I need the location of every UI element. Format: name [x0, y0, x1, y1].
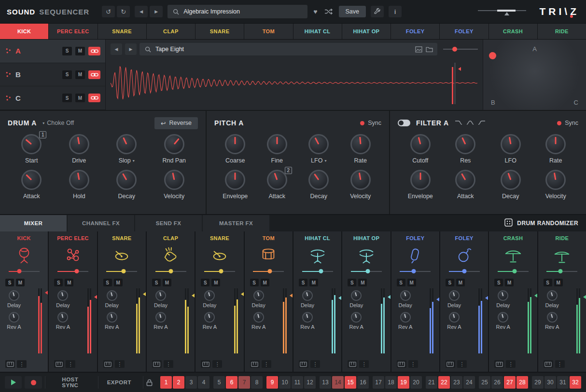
lowpass-icon[interactable]	[455, 119, 462, 127]
sequencer-step[interactable]: 3	[185, 376, 197, 389]
channel-menu-button[interactable]: ⋮	[506, 360, 516, 368]
keyboard-button[interactable]	[494, 360, 504, 368]
sample-preview-icon[interactable]	[415, 46, 422, 53]
keyboard-button[interactable]	[103, 360, 113, 368]
preset-prev-button[interactable]: ◀	[135, 6, 148, 17]
sample-search[interactable]	[140, 43, 437, 55]
delay-send-knob[interactable]: Delay	[201, 290, 218, 308]
channel-volume-slider[interactable]	[498, 269, 529, 274]
knob[interactable]: 1 Start	[8, 134, 56, 164]
delay-send-knob[interactable]: Delay	[103, 290, 121, 308]
knob[interactable]: Attack	[443, 170, 488, 200]
channel-mute-button[interactable]: M	[407, 279, 416, 286]
delay-send-knob[interactable]: Delay	[250, 290, 267, 308]
channel-solo-button[interactable]: S	[54, 279, 63, 286]
delay-send-knob[interactable]: Delay	[5, 290, 23, 308]
save-button[interactable]: Save	[339, 6, 366, 17]
knob[interactable]: Attack	[8, 170, 56, 200]
channel-mute-button[interactable]: M	[261, 279, 269, 286]
layer-link-button[interactable]	[88, 70, 100, 79]
reverb-send-knob[interactable]: Rev A	[446, 312, 463, 330]
mixer-channel-strip[interactable]: HIHAT OP S M Delay Rev A ⋮	[342, 231, 390, 372]
reverb-send-knob[interactable]: Rev A	[494, 312, 512, 330]
master-volume-fader[interactable]	[478, 7, 526, 16]
preset-next-button[interactable]: ▶	[150, 6, 163, 17]
layer-solo-button[interactable]: S	[62, 70, 72, 79]
fx-tab[interactable]: MASTER FX	[203, 215, 269, 231]
drum-pad-tab[interactable]: FOLEY	[440, 24, 488, 39]
browse-folder-icon[interactable]	[426, 46, 433, 52]
sequencer-step[interactable]: 15	[345, 376, 356, 389]
layer-mute-button[interactable]: M	[75, 70, 85, 79]
sequencer-step[interactable]: 20	[410, 376, 422, 389]
sequencer-step[interactable]: 22	[438, 376, 450, 389]
mixer-channel-strip[interactable]: RIDE S M Delay Rev A ⋮	[538, 231, 586, 372]
sequencer-step[interactable]: 6	[226, 376, 237, 389]
channel-solo-button[interactable]: S	[201, 279, 209, 286]
channel-mute-button[interactable]: M	[16, 279, 25, 286]
export-button[interactable]: EXPORT	[98, 376, 140, 389]
knob[interactable]: Slop▾	[103, 134, 151, 164]
knob[interactable]: Envelope	[214, 170, 256, 200]
channel-volume-slider[interactable]	[106, 269, 137, 274]
sequencer-step[interactable]: 12	[304, 376, 316, 389]
delay-send-knob[interactable]: Delay	[299, 290, 316, 308]
mixer-channel-strip[interactable]: TOM S M Delay Rev A ⋮	[245, 231, 293, 372]
channel-menu-button[interactable]: ⋮	[408, 360, 418, 368]
layer-mute-button[interactable]: M	[75, 47, 85, 55]
layer-link-button[interactable]	[88, 94, 100, 102]
fx-tab[interactable]: MIXER	[0, 215, 67, 231]
sequencer-step[interactable]: 2	[173, 376, 184, 389]
reverb-send-knob[interactable]: Rev A	[5, 312, 23, 330]
sequencer-step[interactable]: 31	[557, 376, 569, 389]
reverb-send-knob[interactable]: Rev A	[299, 312, 316, 330]
channel-mute-button[interactable]: M	[554, 279, 563, 286]
layer-mute-button[interactable]: M	[75, 94, 85, 102]
drum-pad-tab[interactable]: RIDE	[538, 24, 586, 39]
layer-solo-button[interactable]: S	[62, 47, 72, 55]
knob[interactable]: Res	[443, 134, 488, 164]
channel-menu-button[interactable]: ⋮	[212, 360, 222, 368]
knob[interactable]: Drive	[56, 134, 103, 164]
channel-volume-slider[interactable]	[9, 269, 40, 274]
fx-tab[interactable]: SEND FX	[135, 215, 202, 231]
bandpass-icon[interactable]	[466, 119, 474, 127]
redo-button[interactable]: ↻	[117, 6, 130, 17]
tab-sequencer[interactable]: SEQUENCER	[39, 8, 89, 16]
preset-search-input[interactable]	[183, 8, 303, 15]
knob[interactable]: Decay	[298, 170, 340, 200]
channel-volume-slider[interactable]	[253, 269, 284, 274]
knob[interactable]: Velocity	[340, 170, 382, 200]
knob[interactable]: Velocity	[533, 170, 579, 200]
knob[interactable]: Decay	[103, 170, 151, 200]
drum-pad-tab[interactable]: FOLEY	[391, 24, 439, 39]
keyboard-button[interactable]	[54, 360, 64, 368]
knob[interactable]: Coarse	[214, 134, 256, 164]
highpass-icon[interactable]	[478, 119, 486, 127]
sequencer-step[interactable]: 1	[160, 376, 172, 389]
sequencer-step[interactable]: 4	[198, 376, 209, 389]
knob[interactable]: Rnd Pan	[151, 134, 198, 164]
channel-mute-button[interactable]: M	[505, 279, 514, 286]
keyboard-button[interactable]	[544, 360, 553, 368]
drum-pad-tab[interactable]: HIHAT OP	[342, 24, 391, 39]
reverb-send-knob[interactable]: Rev A	[201, 312, 218, 330]
delay-send-knob[interactable]: Delay	[397, 290, 414, 308]
mixer-channel-strip[interactable]: CRASH S M Delay Rev A ⋮	[489, 231, 537, 372]
knob[interactable]: Velocity	[151, 170, 198, 200]
channel-mute-button[interactable]: M	[456, 279, 465, 286]
channel-menu-button[interactable]: ⋮	[66, 360, 75, 368]
knob[interactable]: Envelope	[398, 170, 443, 200]
channel-menu-button[interactable]: ⋮	[17, 360, 27, 368]
channel-solo-button[interactable]: S	[5, 279, 14, 286]
channel-volume-slider[interactable]	[400, 269, 431, 274]
drum-randomizer-button[interactable]: DRUM RANDOMIZER	[497, 215, 586, 231]
delay-send-knob[interactable]: Delay	[544, 290, 561, 308]
channel-menu-button[interactable]: ⋮	[164, 360, 173, 368]
filter-sync-toggle[interactable]: Sync	[557, 120, 578, 126]
delay-send-knob[interactable]: Delay	[446, 290, 463, 308]
knob[interactable]: Decay	[488, 170, 533, 200]
sequencer-step[interactable]: 28	[516, 376, 528, 389]
keyboard-button[interactable]	[201, 360, 210, 368]
drum-pad-tab[interactable]: HIHAT CL	[293, 24, 342, 39]
